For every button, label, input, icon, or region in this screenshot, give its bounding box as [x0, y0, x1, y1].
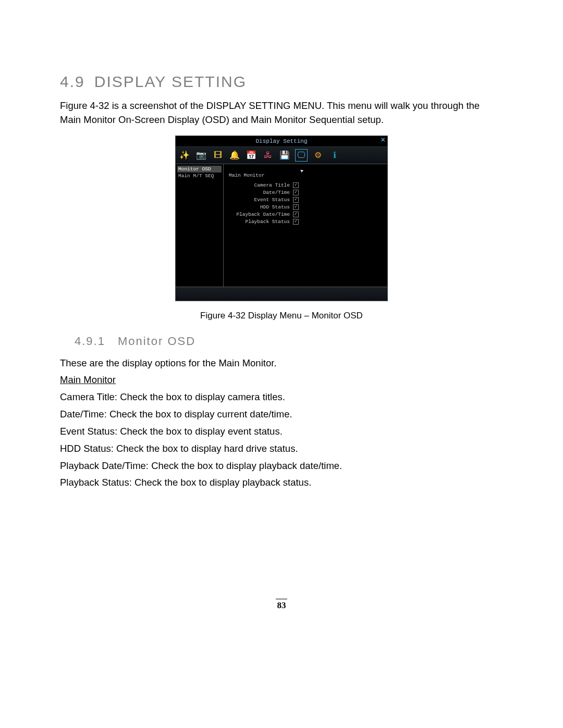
gear-icon[interactable]: ⚙ — [312, 150, 324, 161]
screenshot-titlebar: Display Setting × — [176, 136, 387, 146]
screenshot-display-setting: Display Setting × ✨ 📷 🎞 🔔 📅 🖧 💾 🖵 ⚙ ℹ Mo… — [175, 135, 388, 301]
option-row: Event Status✓ — [229, 197, 382, 203]
screenshot-footer — [176, 287, 387, 301]
option-label: Playback Status — [245, 219, 290, 225]
wand-icon[interactable]: ✨ — [179, 150, 190, 161]
reel-icon[interactable]: 🎞 — [212, 150, 224, 161]
close-icon[interactable]: × — [381, 136, 385, 144]
option-row: HDD Status✓ — [229, 204, 382, 210]
option-desc-playback-date-time: Playback Date/Time: Check the box to dis… — [60, 459, 503, 473]
option-label: Date/Time — [263, 190, 290, 195]
page-number-value: 83 — [277, 600, 286, 610]
desc: Check the box to display playback status… — [132, 477, 312, 488]
sidebar-item-main-mt-seq[interactable]: Main M/T SEQ — [177, 172, 222, 179]
network-icon[interactable]: 🖧 — [262, 150, 274, 161]
checkbox[interactable]: ✓ — [293, 197, 299, 203]
option-desc-camera-title: Camera Title: Check the box to display c… — [60, 390, 503, 404]
screenshot-body: Monitor OSD Main M/T SEQ ➤ Main Monitor … — [176, 164, 387, 287]
checkbox[interactable]: ✓ — [293, 182, 299, 188]
option-label: Camera Title — [254, 182, 290, 188]
option-row: Playback Status✓ — [229, 219, 382, 225]
subsection-heading: 4.9.1Monitor OSD — [75, 335, 503, 348]
option-desc-date-time: Date/Time: Check the box to display curr… — [60, 408, 503, 422]
screenshot-toolbar: ✨ 📷 🎞 🔔 📅 🖧 💾 🖵 ⚙ ℹ — [176, 146, 387, 164]
term: HDD Status: — [60, 443, 114, 454]
option-desc-event-status: Event Status: Check the box to display e… — [60, 425, 503, 439]
section-number: 4.9 — [60, 73, 85, 90]
term: Playback Status: — [60, 477, 132, 488]
desc: Check the box to display event status. — [117, 426, 283, 437]
term: Camera Title: — [60, 391, 117, 402]
info-icon[interactable]: ℹ — [329, 150, 340, 161]
disk-icon[interactable]: 💾 — [279, 150, 290, 161]
main-monitor-subheader: Main Monitor — [60, 373, 503, 387]
option-row: Playback Date/Time✓ — [229, 212, 382, 217]
option-label: Event Status — [254, 197, 290, 203]
term: Date/Time: — [60, 409, 107, 419]
screenshot-title: Display Setting — [255, 138, 307, 144]
option-row: Camera Title✓ — [229, 182, 382, 188]
option-desc-hdd-status: HDD Status: Check the box to display har… — [60, 442, 503, 456]
screenshot-sidebar: Monitor OSD Main M/T SEQ — [176, 164, 224, 287]
option-desc-playback-status: Playback Status: Check the box to displa… — [60, 476, 503, 490]
section-heading: 4.9DISPLAY SETTING — [60, 73, 503, 91]
checkbox[interactable]: ✓ — [293, 212, 299, 217]
option-row: Date/Time✓ — [229, 190, 382, 195]
camera-icon[interactable]: 📷 — [195, 150, 207, 161]
desc: Check the box to display playback date/t… — [149, 460, 342, 471]
bell-icon[interactable]: 🔔 — [229, 150, 240, 161]
figure-caption: Figure 4-32 Display Menu – Monitor OSD — [60, 311, 503, 321]
checkbox[interactable]: ✓ — [293, 219, 299, 225]
sidebar-item-monitor-osd[interactable]: Monitor OSD — [177, 166, 222, 172]
option-label: HDD Status — [260, 204, 290, 210]
figure: Display Setting × ✨ 📷 🎞 🔔 📅 🖧 💾 🖵 ⚙ ℹ Mo… — [60, 135, 503, 321]
term: Event Status: — [60, 426, 117, 437]
intro-paragraph: Figure 4-32 is a screenshot of the DISPL… — [60, 99, 503, 127]
page-number-rule — [276, 599, 287, 599]
checkbox[interactable]: ✓ — [293, 190, 299, 195]
term: Playback Date/Time: — [60, 460, 149, 471]
subsection-intro: These are the display options for the Ma… — [60, 356, 503, 371]
subsection-title-text: Monitor OSD — [118, 335, 195, 348]
desc: Check the box to display hard drive stat… — [114, 443, 298, 454]
clock-icon[interactable]: 📅 — [246, 150, 257, 161]
checkbox[interactable]: ✓ — [293, 204, 299, 210]
desc: Check the box to display current date/ti… — [107, 409, 292, 419]
option-label: Playback Date/Time — [236, 212, 290, 217]
section-title-text: DISPLAY SETTING — [94, 73, 247, 90]
main-monitor-header: Main Monitor — [229, 172, 382, 178]
monitor-icon[interactable]: 🖵 — [296, 150, 307, 161]
desc: Check the box to display camera titles. — [117, 391, 285, 402]
subsection-number: 4.9.1 — [75, 335, 105, 348]
page-number: 83 — [276, 599, 287, 611]
screenshot-main: ➤ Main Monitor Camera Title✓ Date/Time✓ … — [224, 164, 387, 287]
